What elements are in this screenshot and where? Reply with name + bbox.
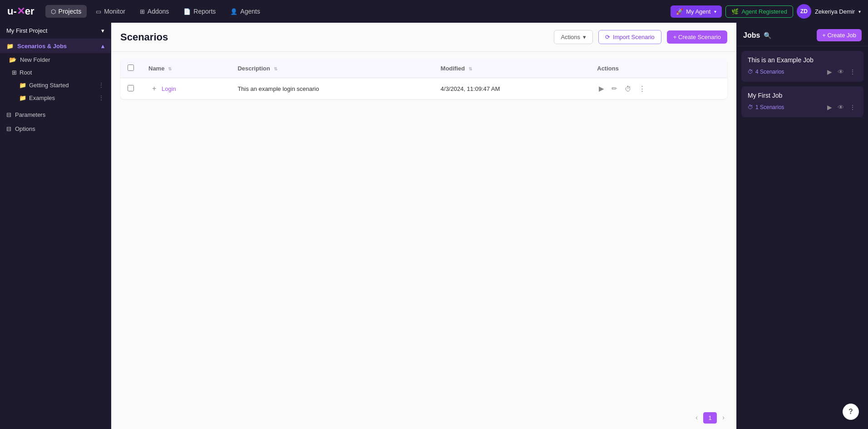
jobs-title: Jobs 🔍 (743, 31, 771, 40)
row-name-cell: + Login (141, 78, 230, 100)
actions-button[interactable]: Actions ▾ (554, 30, 593, 44)
jobs-panel-header: Jobs 🔍 + Create Job (737, 23, 868, 46)
sidebar-item-examples[interactable]: 📁 Examples ⋮ (0, 91, 111, 104)
select-all-checkbox[interactable] (128, 65, 134, 71)
scenario-name-link[interactable]: Login (162, 85, 176, 92)
help-button[interactable]: ? (843, 404, 859, 420)
logo-suffix: er (25, 5, 35, 17)
my-agent-button[interactable]: 🚀 My Agent ▾ (671, 5, 722, 18)
edit-button[interactable]: ✏ (610, 84, 619, 94)
search-icon[interactable]: 🔍 (764, 32, 771, 39)
sidebar-item-root[interactable]: ⊞ Root (0, 66, 111, 79)
pagination: ‹ 1 › (111, 406, 736, 429)
import-scenario-button[interactable]: ⟳ Import Scenario (598, 30, 661, 44)
sidebar-item-getting-started[interactable]: 📁 Getting Started ⋮ (0, 79, 111, 91)
sidebar-item-parameters[interactable]: ⊟ Parameters (0, 108, 111, 122)
job-view-button[interactable]: 👁 (836, 103, 845, 112)
nav-label-monitor: Monitor (104, 8, 125, 15)
page-title: Scenarios (120, 31, 548, 43)
job-view-button[interactable]: 👁 (836, 67, 845, 76)
page-1-button[interactable]: 1 (703, 412, 716, 424)
job-meta-first: ⏱ 1 Scenarios ▶ 👁 ⋮ (748, 103, 857, 112)
actions-column-header: Actions (590, 59, 727, 78)
sidebar-item-options[interactable]: ⊟ Options (0, 122, 111, 136)
actions-label: Actions (561, 34, 580, 40)
sidebar: My First Project ▾ 📁 Scenarios & Jobs ▴ … (0, 23, 111, 429)
play-button[interactable]: ▶ (597, 84, 606, 94)
user-menu[interactable]: ZD Zekeriya Demir ▾ (797, 4, 861, 19)
monitor-icon: ▭ (96, 8, 101, 15)
job-scenarios-count-first: ⏱ 1 Scenarios (748, 104, 784, 110)
main-header: Scenarios Actions ▾ ⟳ Import Scenario + … (111, 23, 736, 52)
agent-registered-label: Agent Registered (741, 8, 787, 15)
examples-left: 📁 Examples (19, 95, 55, 101)
root-item-left: ⊞ Root (12, 69, 32, 76)
folder-icon: 📁 (19, 95, 26, 101)
prev-page-button[interactable]: ‹ (693, 412, 700, 424)
more-button[interactable]: ⋮ (637, 84, 647, 94)
row-checkbox-cell (120, 78, 141, 100)
project-name: My First Project (6, 27, 47, 34)
nav-item-projects[interactable]: ⬡ Projects (45, 5, 87, 18)
getting-started-label: Getting Started (29, 82, 69, 89)
parameters-icon: ⊟ (6, 111, 11, 118)
job-run-button[interactable]: ▶ (826, 103, 833, 112)
folder-icon: 📁 (6, 43, 14, 50)
clock-icon: ⏱ (748, 69, 753, 75)
clock-icon: ⏱ (748, 104, 753, 110)
examples-label: Examples (29, 95, 55, 101)
table-row: + Login This an example login scenario 4… (120, 78, 727, 100)
agents-icon: 👤 (230, 8, 237, 15)
folder-plus-icon: 📂 (9, 56, 16, 63)
logo: u-✕er (7, 5, 35, 17)
select-all-header (120, 59, 141, 78)
projects-icon: ⬡ (51, 8, 56, 15)
project-select[interactable]: My First Project ▾ (0, 23, 111, 39)
nav-item-monitor[interactable]: ▭ Monitor (90, 5, 131, 18)
import-icon: ⟳ (605, 34, 610, 40)
jobs-panel: Jobs 🔍 + Create Job This is an Example J… (736, 23, 868, 429)
registered-icon: 🌿 (731, 8, 739, 15)
main-content: Scenarios Actions ▾ ⟳ Import Scenario + … (111, 23, 736, 429)
job-run-button[interactable]: ▶ (826, 67, 833, 76)
job-card-example: This is an Example Job ⏱ 4 Scenarios ▶ 👁… (741, 51, 863, 82)
nav-item-addons[interactable]: ⊞ Addons (134, 5, 174, 18)
expand-row-button[interactable]: + (148, 85, 160, 93)
job-scenarios-count-example: ⏱ 4 Scenarios (748, 69, 784, 75)
scenarios-jobs-section[interactable]: 📁 Scenarios & Jobs ▴ (0, 39, 111, 53)
name-sort-icon[interactable]: ⇅ (168, 66, 172, 71)
modified-sort-icon[interactable]: ⇅ (469, 66, 472, 71)
create-scenario-label: + Create Scenario (673, 34, 721, 40)
parameters-label: Parameters (15, 111, 45, 118)
next-page-button[interactable]: › (720, 412, 727, 424)
chevron-down-icon: ▾ (583, 34, 586, 40)
more-options-icon[interactable]: ⋮ (98, 81, 104, 89)
nav-item-agents[interactable]: 👤 Agents (225, 5, 266, 18)
job-meta-example: ⏱ 4 Scenarios ▶ 👁 ⋮ (748, 67, 857, 76)
user-name: Zekeriya Demir (815, 8, 855, 15)
avatar: ZD (797, 4, 811, 19)
row-modified-cell: 4/3/2024, 11:09:47 AM (434, 78, 590, 100)
logo-prefix: u- (7, 5, 17, 17)
job-more-button[interactable]: ⋮ (848, 103, 857, 112)
job-title-example: This is an Example Job (748, 56, 857, 64)
row-checkbox[interactable] (128, 85, 134, 91)
nav-item-reports[interactable]: 📄 Reports (178, 5, 221, 18)
schedule-button[interactable]: ⏱ (623, 84, 633, 94)
more-options-icon[interactable]: ⋮ (98, 94, 104, 101)
job-card-actions-first: ▶ 👁 ⋮ (826, 103, 857, 112)
nav-label-addons: Addons (148, 8, 169, 15)
chevron-down-icon: ▾ (101, 27, 104, 34)
job-more-button[interactable]: ⋮ (848, 67, 857, 76)
logo-x: ✕ (17, 5, 25, 17)
options-label: Options (15, 125, 35, 132)
desc-sort-icon[interactable]: ⇅ (274, 66, 277, 71)
new-folder-item[interactable]: 📂 New Folder (0, 53, 111, 66)
reports-icon: 📄 (183, 8, 191, 15)
create-job-button[interactable]: + Create Job (817, 29, 862, 41)
chevron-down-icon: ▾ (714, 9, 716, 14)
root-label: Root (20, 69, 32, 76)
user-chevron-icon: ▾ (858, 9, 861, 14)
create-scenario-button[interactable]: + Create Scenario (667, 30, 727, 44)
addons-icon: ⊞ (140, 8, 145, 15)
